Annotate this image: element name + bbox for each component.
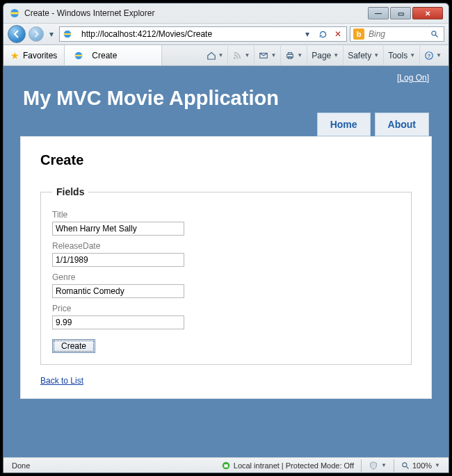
mail-icon bbox=[259, 51, 268, 60]
logon-link[interactable]: Log On bbox=[399, 73, 426, 83]
login-area: [ Log On ] bbox=[3, 66, 449, 87]
refresh-icon[interactable] bbox=[316, 28, 329, 40]
zoom-icon bbox=[401, 461, 410, 470]
zone-icon bbox=[221, 461, 231, 470]
input-genre[interactable] bbox=[52, 284, 184, 298]
create-button[interactable]: Create bbox=[52, 339, 95, 353]
forward-button[interactable] bbox=[29, 26, 44, 42]
menu-home[interactable]: Home bbox=[317, 113, 371, 136]
svg-point-2 bbox=[432, 31, 436, 35]
separator bbox=[394, 459, 394, 472]
search-input[interactable] bbox=[367, 28, 426, 40]
home-icon bbox=[207, 51, 216, 60]
search-go-icon[interactable] bbox=[428, 28, 441, 40]
favorites-button[interactable]: ★ Favorites bbox=[3, 45, 65, 65]
svg-text:?: ? bbox=[428, 52, 431, 58]
printer-icon bbox=[285, 51, 295, 60]
input-title[interactable] bbox=[52, 222, 184, 236]
window-title: Create - Windows Internet Explorer bbox=[24, 8, 154, 18]
main-menu: Home About bbox=[3, 113, 449, 136]
search-box: b bbox=[350, 26, 444, 42]
tab-title: Create bbox=[92, 51, 117, 60]
shield-off-icon bbox=[369, 461, 378, 470]
bing-icon: b bbox=[353, 28, 364, 40]
separator bbox=[361, 459, 362, 472]
content-viewport[interactable]: [ Log On ] My MVC Movie Application Home… bbox=[3, 66, 449, 457]
page-body: Create Fields Title ReleaseDate Genre Pr… bbox=[20, 136, 432, 399]
svg-rect-12 bbox=[224, 464, 227, 467]
protected-mode-toggle[interactable]: ▼ bbox=[364, 461, 391, 470]
help-icon: ? bbox=[424, 51, 434, 60]
maximize-button[interactable]: ▭ bbox=[390, 7, 411, 19]
menu-about[interactable]: About bbox=[375, 113, 429, 136]
back-button[interactable] bbox=[8, 25, 26, 43]
navigation-bar: ▾ ▾ ✕ b bbox=[3, 23, 449, 45]
label-price: Price bbox=[52, 304, 400, 313]
security-zone[interactable]: Local intranet | Protected Mode: Off bbox=[217, 461, 358, 470]
app-title: My MVC Movie Application bbox=[3, 87, 449, 113]
back-to-list-link[interactable]: Back to List bbox=[40, 376, 83, 386]
star-icon: ★ bbox=[10, 50, 19, 61]
svg-rect-7 bbox=[289, 52, 292, 54]
tab-create[interactable]: Create bbox=[65, 45, 162, 65]
feeds-cmd-button[interactable]: ▼ bbox=[227, 46, 254, 65]
status-text: Done bbox=[8, 461, 34, 470]
address-dropdown-icon[interactable]: ▾ bbox=[301, 28, 314, 40]
label-releasedate: ReleaseDate bbox=[52, 241, 400, 251]
label-title: Title bbox=[52, 210, 400, 220]
fieldset-legend: Fields bbox=[52, 186, 88, 197]
mvc-page: [ Log On ] My MVC Movie Application Home… bbox=[3, 66, 449, 457]
page-icon bbox=[62, 28, 73, 40]
input-releasedate[interactable] bbox=[52, 253, 184, 267]
url-input[interactable] bbox=[80, 28, 298, 40]
favorites-label: Favorites bbox=[23, 51, 57, 60]
address-bar: ▾ ✕ bbox=[59, 26, 347, 42]
browser-window: Create - Windows Internet Explorer — ▭ ✕… bbox=[3, 3, 449, 473]
fields-fieldset: Fields Title ReleaseDate Genre Price Cre… bbox=[40, 186, 412, 365]
tools-cmd-button[interactable]: Tools▼ bbox=[383, 46, 419, 65]
label-genre: Genre bbox=[52, 272, 400, 282]
zoom-control[interactable]: 100% ▼ bbox=[397, 461, 444, 470]
close-button[interactable]: ✕ bbox=[412, 7, 443, 19]
nav-history-dropdown[interactable]: ▾ bbox=[47, 26, 56, 42]
minimize-button[interactable]: — bbox=[368, 7, 389, 19]
command-bar: ▼ ▼ ▼ ▼ Page▼ Safety▼ Tools▼ bbox=[202, 45, 449, 65]
title-bar: Create - Windows Internet Explorer — ▭ ✕ bbox=[3, 3, 449, 23]
svg-point-13 bbox=[403, 462, 407, 466]
page-cmd-button[interactable]: Page▼ bbox=[307, 46, 343, 65]
tab-bar: ★ Favorites Create ▼ ▼ ▼ ▼ bbox=[3, 45, 449, 66]
print-cmd-button[interactable]: ▼ bbox=[280, 46, 307, 65]
rss-icon bbox=[232, 51, 242, 60]
status-bar: Done Local intranet | Protected Mode: Of… bbox=[3, 457, 449, 473]
ie-logo-icon bbox=[9, 8, 20, 19]
help-cmd-button[interactable]: ? ▼ bbox=[419, 46, 446, 65]
home-cmd-button[interactable]: ▼ bbox=[202, 46, 228, 65]
stop-icon[interactable]: ✕ bbox=[332, 28, 344, 40]
page-heading: Create bbox=[40, 152, 412, 168]
mail-cmd-button[interactable]: ▼ bbox=[254, 46, 280, 65]
svg-point-4 bbox=[234, 57, 236, 59]
safety-cmd-button[interactable]: Safety▼ bbox=[343, 46, 383, 65]
input-price[interactable] bbox=[52, 315, 184, 329]
tab-icon bbox=[73, 50, 84, 61]
